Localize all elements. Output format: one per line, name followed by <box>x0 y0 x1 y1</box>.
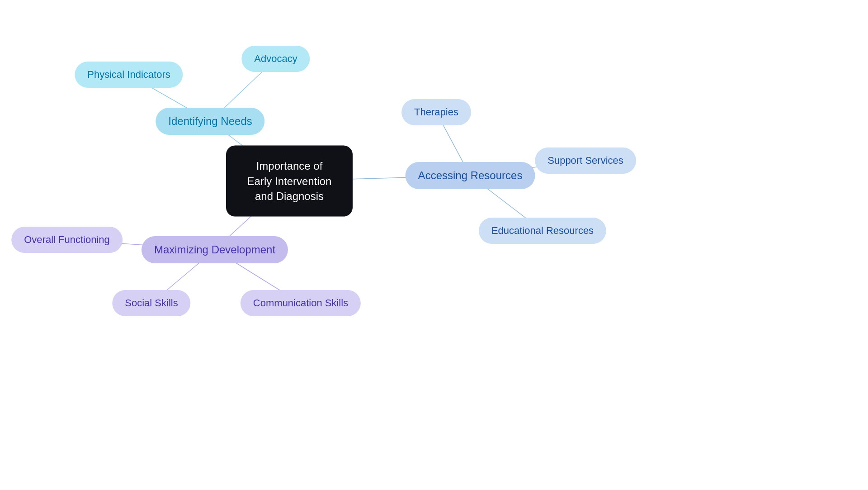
advocacy-label: Advocacy <box>254 53 297 65</box>
identifying-needs-label: Identifying Needs <box>168 115 252 128</box>
center-label: Importance of Early Intervention and Dia… <box>246 158 333 204</box>
therapies-label: Therapies <box>414 106 458 118</box>
physical-indicators-label: Physical Indicators <box>87 69 170 81</box>
maximizing-development-label: Maximizing Development <box>154 243 275 256</box>
advocacy-node[interactable]: Advocacy <box>241 46 310 72</box>
center-node[interactable]: Importance of Early Intervention and Dia… <box>226 146 353 217</box>
support-services-node[interactable]: Support Services <box>535 147 636 174</box>
physical-indicators-node[interactable]: Physical Indicators <box>75 62 183 88</box>
therapies-node[interactable]: Therapies <box>401 99 471 125</box>
social-skills-node[interactable]: Social Skills <box>112 290 190 316</box>
identifying-needs-node[interactable]: Identifying Needs <box>156 108 264 135</box>
overall-functioning-label: Overall Functioning <box>24 234 110 246</box>
educational-resources-node[interactable]: Educational Resources <box>479 218 606 244</box>
educational-resources-label: Educational Resources <box>491 225 594 237</box>
accessing-resources-label: Accessing Resources <box>418 169 523 182</box>
communication-skills-node[interactable]: Communication Skills <box>241 290 361 316</box>
communication-skills-label: Communication Skills <box>253 297 348 309</box>
support-services-label: Support Services <box>547 155 623 167</box>
maximizing-development-node[interactable]: Maximizing Development <box>142 236 288 263</box>
overall-functioning-node[interactable]: Overall Functioning <box>11 227 123 253</box>
social-skills-label: Social Skills <box>125 297 178 309</box>
accessing-resources-node[interactable]: Accessing Resources <box>406 162 535 189</box>
